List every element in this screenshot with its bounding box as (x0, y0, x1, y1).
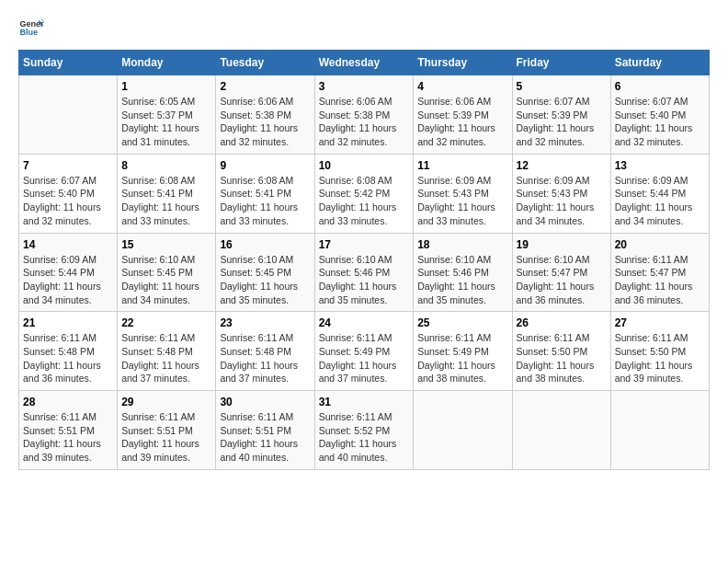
logo: General Blue (18, 15, 48, 40)
calendar-cell (414, 391, 512, 470)
header-thursday: Thursday (414, 51, 512, 75)
calendar-cell: 31Sunrise: 6:11 AMSunset: 5:52 PMDayligh… (314, 391, 414, 470)
day-number: 3 (319, 80, 410, 93)
day-content: Sunrise: 6:10 AMSunset: 5:45 PMDaylight:… (220, 253, 310, 307)
header-tuesday: Tuesday (216, 51, 314, 75)
calendar-cell: 1Sunrise: 6:05 AMSunset: 5:37 PMDaylight… (118, 75, 216, 155)
header-saturday: Saturday (610, 51, 709, 75)
day-content: Sunrise: 6:11 AMSunset: 5:48 PMDaylight:… (121, 331, 211, 385)
header-friday: Friday (512, 51, 610, 75)
day-number: 26 (517, 316, 607, 329)
day-number: 1 (121, 80, 211, 93)
day-content: Sunrise: 6:11 AMSunset: 5:50 PMDaylight:… (615, 331, 705, 385)
calendar-cell: 20Sunrise: 6:11 AMSunset: 5:47 PMDayligh… (610, 233, 709, 312)
calendar-cell: 27Sunrise: 6:11 AMSunset: 5:50 PMDayligh… (610, 312, 709, 391)
calendar-week-4: 21Sunrise: 6:11 AMSunset: 5:48 PMDayligh… (19, 312, 710, 391)
day-content: Sunrise: 6:09 AMSunset: 5:43 PMDaylight:… (417, 174, 507, 228)
calendar-cell: 21Sunrise: 6:11 AMSunset: 5:48 PMDayligh… (19, 312, 118, 391)
header-wednesday: Wednesday (314, 51, 414, 75)
day-number: 31 (319, 396, 410, 408)
day-number: 15 (121, 238, 211, 251)
calendar-cell: 12Sunrise: 6:09 AMSunset: 5:43 PMDayligh… (512, 154, 610, 233)
day-number: 7 (23, 159, 113, 172)
day-content: Sunrise: 6:09 AMSunset: 5:43 PMDaylight:… (517, 174, 607, 228)
day-number: 5 (517, 80, 607, 93)
calendar-cell (512, 391, 610, 470)
day-content: Sunrise: 6:10 AMSunset: 5:47 PMDaylight:… (517, 253, 607, 307)
day-number: 17 (319, 238, 410, 251)
day-content: Sunrise: 6:07 AMSunset: 5:40 PMDaylight:… (23, 174, 113, 228)
day-content: Sunrise: 6:11 AMSunset: 5:50 PMDaylight:… (517, 331, 607, 385)
calendar-cell: 8Sunrise: 6:08 AMSunset: 5:41 PMDaylight… (118, 154, 216, 233)
calendar-table: SundayMondayTuesdayWednesdayThursdayFrid… (18, 50, 710, 470)
day-number: 20 (615, 238, 705, 251)
day-content: Sunrise: 6:11 AMSunset: 5:48 PMDaylight:… (23, 331, 113, 385)
day-number: 23 (220, 316, 310, 329)
calendar-cell: 6Sunrise: 6:07 AMSunset: 5:40 PMDaylight… (610, 75, 709, 155)
day-number: 10 (319, 159, 410, 172)
calendar-cell: 13Sunrise: 6:09 AMSunset: 5:44 PMDayligh… (610, 154, 709, 233)
day-number: 12 (517, 159, 607, 172)
calendar-cell: 25Sunrise: 6:11 AMSunset: 5:49 PMDayligh… (414, 312, 512, 391)
day-content: Sunrise: 6:11 AMSunset: 5:49 PMDaylight:… (319, 331, 410, 385)
day-content: Sunrise: 6:11 AMSunset: 5:49 PMDaylight:… (417, 331, 507, 385)
calendar-cell: 14Sunrise: 6:09 AMSunset: 5:44 PMDayligh… (19, 233, 118, 312)
logo-icon: General Blue (18, 15, 44, 40)
day-content: Sunrise: 6:10 AMSunset: 5:46 PMDaylight:… (417, 253, 507, 307)
calendar-cell: 22Sunrise: 6:11 AMSunset: 5:48 PMDayligh… (118, 312, 216, 391)
calendar-cell: 10Sunrise: 6:08 AMSunset: 5:42 PMDayligh… (314, 154, 414, 233)
day-number: 8 (121, 159, 211, 172)
day-number: 11 (417, 159, 507, 172)
page-header: General Blue (18, 15, 710, 40)
day-content: Sunrise: 6:11 AMSunset: 5:51 PMDaylight:… (220, 410, 310, 465)
calendar-cell: 24Sunrise: 6:11 AMSunset: 5:49 PMDayligh… (314, 312, 414, 391)
calendar-cell: 29Sunrise: 6:11 AMSunset: 5:51 PMDayligh… (118, 391, 216, 470)
day-content: Sunrise: 6:08 AMSunset: 5:42 PMDaylight:… (319, 174, 410, 228)
day-content: Sunrise: 6:06 AMSunset: 5:39 PMDaylight:… (417, 95, 507, 149)
day-content: Sunrise: 6:09 AMSunset: 5:44 PMDaylight:… (615, 174, 705, 228)
calendar-cell: 7Sunrise: 6:07 AMSunset: 5:40 PMDaylight… (19, 154, 118, 233)
day-number: 28 (23, 396, 113, 408)
day-content: Sunrise: 6:10 AMSunset: 5:46 PMDaylight:… (319, 253, 410, 307)
day-content: Sunrise: 6:05 AMSunset: 5:37 PMDaylight:… (121, 95, 211, 149)
calendar-cell: 15Sunrise: 6:10 AMSunset: 5:45 PMDayligh… (118, 233, 216, 312)
day-number: 24 (319, 316, 410, 329)
day-number: 18 (417, 238, 507, 251)
day-content: Sunrise: 6:07 AMSunset: 5:40 PMDaylight:… (615, 95, 705, 149)
day-number: 2 (220, 80, 310, 93)
day-content: Sunrise: 6:07 AMSunset: 5:39 PMDaylight:… (517, 95, 607, 149)
calendar-cell (610, 391, 709, 470)
calendar-cell: 4Sunrise: 6:06 AMSunset: 5:39 PMDaylight… (414, 75, 512, 155)
calendar-cell: 16Sunrise: 6:10 AMSunset: 5:45 PMDayligh… (216, 233, 314, 312)
day-content: Sunrise: 6:08 AMSunset: 5:41 PMDaylight:… (121, 174, 211, 228)
day-content: Sunrise: 6:11 AMSunset: 5:52 PMDaylight:… (319, 410, 410, 465)
day-content: Sunrise: 6:11 AMSunset: 5:47 PMDaylight:… (615, 253, 705, 307)
day-number: 25 (417, 316, 507, 329)
calendar-cell: 19Sunrise: 6:10 AMSunset: 5:47 PMDayligh… (512, 233, 610, 312)
day-number: 13 (615, 159, 705, 172)
day-number: 19 (517, 238, 607, 251)
day-number: 29 (121, 396, 211, 408)
calendar-cell: 17Sunrise: 6:10 AMSunset: 5:46 PMDayligh… (314, 233, 414, 312)
calendar-cell: 9Sunrise: 6:08 AMSunset: 5:41 PMDaylight… (216, 154, 314, 233)
day-content: Sunrise: 6:08 AMSunset: 5:41 PMDaylight:… (220, 174, 310, 228)
day-content: Sunrise: 6:06 AMSunset: 5:38 PMDaylight:… (319, 95, 410, 149)
day-number: 14 (23, 238, 113, 251)
calendar-week-2: 7Sunrise: 6:07 AMSunset: 5:40 PMDaylight… (19, 154, 710, 233)
calendar-week-1: 1Sunrise: 6:05 AMSunset: 5:37 PMDaylight… (19, 75, 710, 155)
calendar-cell: 30Sunrise: 6:11 AMSunset: 5:51 PMDayligh… (216, 391, 314, 470)
calendar-week-5: 28Sunrise: 6:11 AMSunset: 5:51 PMDayligh… (19, 391, 710, 470)
day-number: 21 (23, 316, 113, 329)
day-content: Sunrise: 6:06 AMSunset: 5:38 PMDaylight:… (220, 95, 310, 149)
day-content: Sunrise: 6:10 AMSunset: 5:45 PMDaylight:… (121, 253, 211, 307)
calendar-cell (19, 75, 118, 155)
day-number: 22 (121, 316, 211, 329)
calendar-cell: 28Sunrise: 6:11 AMSunset: 5:51 PMDayligh… (19, 391, 118, 470)
day-content: Sunrise: 6:11 AMSunset: 5:51 PMDaylight:… (23, 410, 113, 465)
calendar-week-3: 14Sunrise: 6:09 AMSunset: 5:44 PMDayligh… (19, 233, 710, 312)
calendar-cell: 18Sunrise: 6:10 AMSunset: 5:46 PMDayligh… (414, 233, 512, 312)
calendar-cell: 26Sunrise: 6:11 AMSunset: 5:50 PMDayligh… (512, 312, 610, 391)
day-number: 6 (615, 80, 705, 93)
day-content: Sunrise: 6:11 AMSunset: 5:48 PMDaylight:… (220, 331, 310, 385)
day-number: 30 (220, 396, 310, 408)
